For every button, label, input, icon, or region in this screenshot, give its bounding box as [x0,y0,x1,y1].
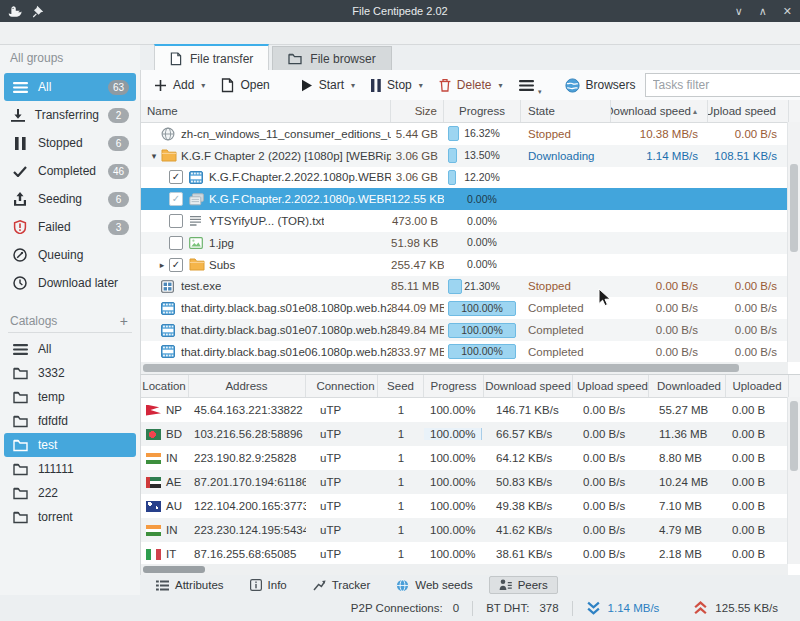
sidebar-item-download-later[interactable]: Download later [4,269,136,297]
checkbox[interactable] [169,236,183,250]
peer-row[interactable]: IT 87.16.255.68:65085 uTP 1 100.00% 38.6… [141,542,800,566]
scrollbar-thumb[interactable] [790,164,798,252]
checkbox[interactable] [169,214,183,228]
sidebar-item-stopped[interactable]: Stopped 6 [4,129,136,157]
browsers-button[interactable]: Browsers [558,75,643,96]
task-size: 473.00 B [391,215,444,227]
folder-outline-icon [11,391,29,404]
tasks-horizontal-scrollbar[interactable] [141,362,788,374]
catalog-item-3332[interactable]: 3332 [4,361,136,385]
column-header-seed[interactable]: Seed [378,375,424,397]
menu-item-file[interactable] [8,31,26,35]
task-row[interactable]: that.dirty.black.bag.s01e06.1080p.web.h2… [141,341,800,363]
sidebar-item-queuing[interactable]: Queuing [4,241,136,269]
tab-file-browser[interactable]: File browser [272,46,391,70]
peer-row[interactable]: BD 103.216.56.28:58896 uTP 1 100.00% 66.… [141,422,800,446]
menu-item-view[interactable] [26,31,44,35]
catalog-item-111111[interactable]: 111111 [4,457,136,481]
tasks-filter-input[interactable] [646,74,800,96]
column-header-size[interactable]: Size [391,100,444,122]
catalog-item-test[interactable]: test [4,433,136,457]
catalog-item-torrent[interactable]: torrent [4,505,136,529]
bottom-tab-peers[interactable]: Peers [489,576,558,594]
peers-vertical-scrollbar[interactable] [787,397,800,564]
scrollbar-thumb[interactable] [143,566,205,573]
sidebar-item-all[interactable]: All 63 [4,73,136,101]
progress-text: 16.32% [448,126,516,141]
progress-bar: 0.00% [448,257,516,272]
close-button[interactable]: ✕ [783,5,792,18]
tab-file-transfer[interactable]: File transfer [154,44,269,71]
task-size: 844.09 MB [391,302,444,314]
catalog-item-temp[interactable]: temp [4,385,136,409]
column-header-state[interactable]: State [521,100,611,122]
task-row[interactable]: 1.jpg 51.98 KB 0.00% [141,232,800,254]
task-row[interactable]: ▾ K.G.F Chapter 2 (2022) [1080p] [WEBRip… [141,145,800,167]
bottom-tab-tracker[interactable]: Tracker [303,576,381,594]
column-header-progress[interactable]: Progress [444,100,521,122]
delete-button[interactable]: Delete ▾ [432,75,510,95]
catalog-item-222[interactable]: 222 [4,481,136,505]
task-row[interactable]: that.dirty.black.bag.s01e07.1080p.web.h2… [141,319,800,341]
column-header-location[interactable]: Location [141,375,189,397]
column-header-download-speed[interactable]: Download speed ▴ [611,100,708,122]
column-header-upload-speed[interactable]: Upload speed [708,100,789,122]
catalog-item-fdfdfd[interactable]: fdfdfd [4,409,136,433]
peer-row[interactable]: AE 87.201.170.194:61186 uTP 1 100.00% 50… [141,470,800,494]
sidebar-item-completed[interactable]: Completed 46 [4,157,136,185]
column-header-upload-speed[interactable]: Upload speed [573,375,649,397]
add-catalog-button[interactable]: + [120,313,128,329]
sidebar-item-failed[interactable]: Failed 3 [4,213,136,241]
column-header-download-speed[interactable]: Download speed ▴ [484,375,573,397]
bottom-tab-web-seeds[interactable]: Web seeds [386,576,482,595]
scrollbar-thumb[interactable] [143,364,739,372]
start-button[interactable]: Start ▾ [293,75,362,95]
task-row[interactable]: ▸ ✓ Subs 255.47 KB 0.00% [141,254,800,276]
expander-icon[interactable]: ▾ [147,151,161,161]
column-header-progress[interactable]: Progress [424,375,484,397]
add-button[interactable]: Add ▾ [147,75,212,95]
peer-uploaded: 0.00 B [726,452,789,464]
peer-downloaded: 2.18 MB [649,548,726,560]
peer-row[interactable]: AU 122.104.200.165:37738 uTP 1 100.00% 4… [141,494,800,518]
menu-item-tools[interactable] [44,31,62,35]
maximize-button[interactable]: ∧ [759,5,767,18]
column-header-name[interactable]: Name [141,100,391,122]
peer-row[interactable]: IN 223.190.82.9:25828 uTP 1 100.00% 64.1… [141,446,800,470]
peer-row[interactable]: NP 45.64.163.221:33822 uTP 1 100.00% 146… [141,398,800,422]
stop-button[interactable]: Stop ▾ [364,75,430,95]
checkbox[interactable]: ✓ [169,258,183,272]
column-header-address[interactable]: Address [189,375,306,397]
more-menu-button[interactable]: ▾ [512,76,542,95]
checkbox[interactable]: ✓ [169,170,183,184]
column-header-downloaded[interactable]: Downloaded [649,375,726,397]
task-row[interactable]: zh-cn_windows_11_consumer_editions_upd··… [141,123,800,145]
task-row[interactable]: ✓ K.G.F.Chapter.2.2022.1080p.WEBRip.x···… [141,188,800,210]
peers-horizontal-scrollbar[interactable] [141,564,788,575]
progress-bar: 0.00% [448,235,516,250]
minimize-button[interactable]: ∨ [735,5,743,18]
film-icon [161,302,181,315]
task-row[interactable]: YTSYifyUP... (TOR).txt 473.00 B 0.00% [141,210,800,232]
bottom-tab-attributes[interactable]: Attributes [146,576,234,594]
sidebar-item-transferring[interactable]: Transferring 2 [4,101,136,129]
column-header-connection[interactable]: Connection [306,375,378,397]
peer-row[interactable]: IN 223.230.124.195:54348 uTP 1 100.00% 4… [141,518,800,542]
doc-open-icon [221,78,234,93]
bottom-tab-info[interactable]: Info [240,576,297,594]
checkbox[interactable]: ✓ [169,192,183,206]
menu-item-settings[interactable] [62,31,80,35]
pin-icon[interactable] [33,5,44,18]
column-header-uploaded[interactable]: Uploaded [726,375,789,397]
task-row[interactable]: that.dirty.black.bag.s01e08.1080p.web.h2… [141,297,800,319]
catalog-item-all[interactable]: All [4,337,136,361]
scrollbar-thumb[interactable] [790,401,798,471]
tasks-vertical-scrollbar[interactable] [787,122,800,362]
expander-icon[interactable]: ▸ [155,260,169,270]
menu-item-help[interactable] [80,31,98,35]
task-row[interactable]: ✓ K.G.F.Chapter.2.2022.1080p.WEBRip.x···… [141,167,800,189]
task-state: Downloading [521,150,611,162]
sidebar-item-seeding[interactable]: Seeding 6 [4,185,136,213]
open-button[interactable]: Open [214,75,276,96]
task-row[interactable]: test.exe 85.11 MB 21.30% Stopped 0.00 B/… [141,276,800,298]
